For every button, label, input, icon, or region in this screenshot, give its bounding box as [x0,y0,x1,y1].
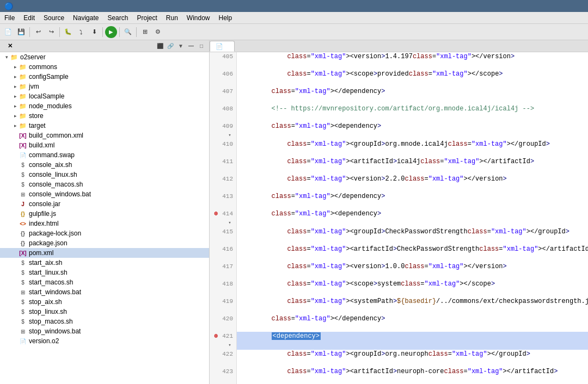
pom-xml-tab[interactable]: 📄 [210,41,235,52]
line-gutter-406: 406 [210,70,237,87]
tree-item-stop_macos.sh[interactable]: $stop_macos.sh [0,317,209,326]
tree-item-start_linux.sh[interactable]: $start_linux.sh [0,268,209,277]
line-content-420[interactable]: class="xml-tag"></dependency> [237,314,588,332]
editor-tabs: 📄 [210,40,588,52]
undo-button[interactable]: ↩ [32,26,44,38]
line-content-423[interactable]: class="xml-tag"><artifactId>neuroph-core… [237,367,588,384]
tree-item-index.html[interactable]: <>index.html [0,219,209,228]
menu-item-edit[interactable]: Edit [19,12,39,23]
line-content-419[interactable]: class="xml-tag"><systemPath>${basedir}/.… [237,297,588,314]
menu-item-file[interactable]: File [0,12,19,23]
pe-close-icon[interactable]: ✕ [8,42,13,49]
tree-item-command.swap[interactable]: 📄command.swap [0,150,209,160]
tree-item-stop_windows.bat[interactable]: ⊞stop_windows.bat [0,326,209,336]
line-gutter-416: 416 [210,245,237,262]
tree-item-stop_aix.sh[interactable]: $stop_aix.sh [0,297,209,307]
tree-expand-arrow[interactable]: ▸ [12,74,19,79]
tree-item-console.jar[interactable]: Jconsole.jar [0,199,209,209]
fold-marker[interactable]: ▾ [226,131,233,140]
tree-item-console_aix.sh[interactable]: $console_aix.sh [0,160,209,170]
line-content-417[interactable]: class="xml-tag"><version>1.0.0class="xml… [237,262,588,280]
tree-item-build.xml[interactable]: [X]build.xml [0,140,209,150]
line-content-421[interactable]: <dependency> [237,332,588,350]
new-button[interactable]: 📄 [2,26,14,38]
tree-expand-arrow[interactable]: ▸ [12,103,19,109]
tree-item-console_windows.bat[interactable]: ⊞console_windows.bat [0,189,209,199]
step-in-button[interactable]: ⬇ [88,26,100,38]
tree-item-icon: ⊞ [19,327,27,336]
line-content-411[interactable]: class="xml-tag"><artifactId>ical4jclass=… [237,157,588,175]
line-content-422[interactable]: class="xml-tag"><groupId>org.neurophclas… [237,350,588,367]
pe-link-button[interactable]: 🔗 [166,42,175,51]
save-button[interactable]: 💾 [15,26,27,38]
tree-item-stop_linux.sh[interactable]: $stop_linux.sh [0,307,209,317]
tree-item-start_windows.bat[interactable]: ⊞start_windows.bat [0,287,209,297]
tree-item-label: localSample [29,92,64,100]
open-perspectives-button[interactable]: ⊞ [139,26,151,38]
code-line-411: 411 class="xml-tag"><artifactId>ical4jcl… [210,157,588,175]
menu-item-source[interactable]: Source [39,12,69,23]
menu-item-help[interactable]: Help [215,12,237,23]
code-line-407: 407 class="xml-tag"></dependency> [210,87,588,104]
run-button[interactable]: ▶ [105,26,117,38]
pe-collapse-button[interactable]: ⬛ [156,42,164,51]
tree-item-package.json[interactable]: {}package.json [0,238,209,248]
line-content-405[interactable]: class="xml-tag"><version>1.4.197class="x… [237,52,588,70]
code-editor[interactable]: 405 class="xml-tag"><version>1.4.197clas… [210,52,588,384]
tree-item-package-lock.json[interactable]: {}package-lock.json [0,228,209,238]
line-content-409[interactable]: class="xml-tag"><dependency> [237,122,588,140]
line-content-415[interactable]: class="xml-tag"><groupId>CheckPasswordSt… [237,227,588,245]
menu-item-search[interactable]: Search [103,12,132,23]
line-content-418[interactable]: class="xml-tag"><scope>systemclass="xml-… [237,280,588,297]
line-content-410[interactable]: class="xml-tag"><groupId>org.mnode.ical4… [237,140,588,157]
menu-item-window[interactable]: Window [182,12,215,23]
menu-item-run[interactable]: Run [162,12,182,23]
tree-item-label: command.swap [29,151,75,159]
line-content-414[interactable]: class="xml-tag"><dependency> [237,209,588,227]
tree-item-jvm[interactable]: ▸📁jvm [0,82,209,91]
tree-expand-arrow[interactable]: ▸ [12,123,19,128]
tree-item-label: o2server [20,53,46,61]
line-content-416[interactable]: class="xml-tag"><artifactId>CheckPasswor… [237,245,588,262]
pe-filter-button[interactable]: ▼ [176,42,185,51]
tree-item-console_linux.sh[interactable]: $console_linux.sh [0,170,209,179]
line-content-406[interactable]: class="xml-tag"><scope>providedclass="xm… [237,70,588,87]
code-line-419: 419 class="xml-tag"><systemPath>${basedi… [210,297,588,314]
pe-header-left: ✕ [3,42,13,49]
pe-maximize-button[interactable]: □ [197,42,206,51]
line-content-413[interactable]: class="xml-tag"></dependency> [237,192,588,209]
step-over-button[interactable]: ⤵ [75,26,87,38]
tree-expand-arrow[interactable]: ▸ [12,64,19,70]
tree-item-configSample[interactable]: ▸📁configSample [0,72,209,82]
pe-minimize-button[interactable]: — [187,42,195,51]
tree-item-start_aix.sh[interactable]: $start_aix.sh [0,258,209,268]
tree-item-start_macos.sh[interactable]: $start_macos.sh [0,277,209,287]
tree-item-version.o2[interactable]: 📄version.o2 [0,336,209,346]
tree-expand-arrow[interactable]: ▸ [12,113,19,119]
debug-button[interactable]: 🐛 [62,26,74,38]
menu-item-project[interactable]: Project [132,12,161,23]
line-content-412[interactable]: class="xml-tag"><version>2.2.0class="xml… [237,175,588,192]
tree-item-localSample[interactable]: ▸📁localSample [0,91,209,101]
tree-item-pom.xml[interactable]: [X]pom.xml [0,248,209,258]
line-content-408[interactable]: <!-- https://mvnrepository.com/artifact/… [237,104,588,122]
fold-marker[interactable]: ▾ [226,219,233,227]
line-gutter-415: 415 [210,227,237,245]
tree-expand-arrow[interactable]: ▸ [12,94,19,99]
tree-expand-arrow[interactable]: ▸ [12,84,19,89]
tree-item-gulpfile.js[interactable]: {}gulpfile.js [0,209,209,219]
tree-item-build_common.xml[interactable]: [X]build_common.xml [0,131,209,140]
line-content-407[interactable]: class="xml-tag"></dependency> [237,87,588,104]
search-button[interactable]: 🔍 [122,26,134,38]
menu-item-navigate[interactable]: Navigate [69,12,103,23]
tree-item-target[interactable]: ▸📁target [0,121,209,131]
tree-item-commons[interactable]: ▸📁commons [0,62,209,72]
tree-expand-arrow[interactable]: ▾ [3,54,10,60]
redo-button[interactable]: ↪ [45,26,57,38]
tree-item-store[interactable]: ▸📁store [0,111,209,121]
fold-marker[interactable]: ▾ [226,341,233,350]
tree-item-console_macos.sh[interactable]: $console_macos.sh [0,179,209,189]
tree-item-o2server[interactable]: ▾📁o2server [0,52,209,62]
settings-button[interactable]: ⚙ [152,26,164,38]
tree-item-node_modules[interactable]: ▸📁node_modules [0,101,209,111]
